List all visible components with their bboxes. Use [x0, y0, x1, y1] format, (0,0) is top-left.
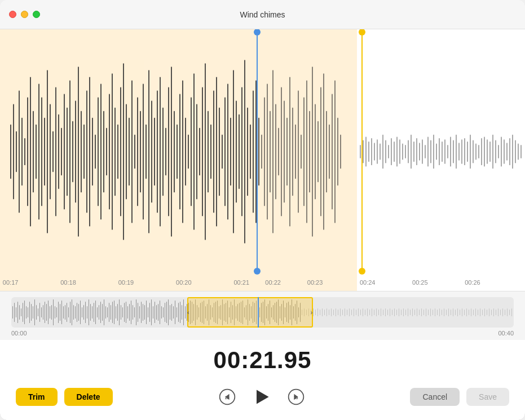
svg-rect-114	[332, 94, 333, 210]
svg-rect-145	[436, 144, 437, 160]
svg-rect-415	[455, 310, 456, 315]
svg-rect-222	[90, 304, 91, 321]
svg-rect-83	[244, 60, 245, 244]
svg-rect-18	[61, 128, 62, 175]
overview-waveform[interactable]: ‹ ›	[11, 297, 514, 328]
svg-rect-80	[236, 101, 237, 203]
svg-rect-170	[506, 143, 508, 160]
controls-right: Cancel Save	[410, 388, 509, 406]
svg-rect-127	[385, 140, 386, 163]
svg-rect-410	[444, 308, 444, 316]
overview-section: ‹ › 00:00 00:40	[0, 291, 525, 340]
waveform-display[interactable]	[0, 29, 525, 274]
svg-rect-439	[509, 310, 510, 315]
svg-rect-424	[475, 308, 476, 316]
svg-rect-354	[317, 308, 318, 316]
maximize-button[interactable]	[33, 11, 40, 18]
svg-rect-67	[199, 128, 200, 175]
svg-rect-202	[56, 307, 57, 317]
svg-rect-160	[478, 145, 479, 158]
svg-rect-399	[419, 310, 420, 315]
svg-rect-40	[123, 63, 124, 240]
trim-left-handle[interactable]: ‹	[184, 308, 193, 317]
svg-rect-86	[253, 91, 254, 213]
trim-handle[interactable]	[361, 29, 363, 274]
svg-rect-49	[148, 70, 149, 233]
svg-rect-23	[75, 101, 76, 203]
svg-rect-237	[116, 306, 116, 319]
svg-rect-28	[89, 77, 90, 226]
current-time: 00:21.95	[214, 347, 312, 373]
svg-rect-181	[21, 308, 21, 316]
svg-rect-79	[233, 70, 234, 233]
time-tick-24: 00:24	[360, 279, 376, 286]
svg-rect-183	[24, 300, 25, 324]
trim-right-handle[interactable]: ›	[307, 308, 316, 317]
main-waveform-area[interactable]: 00:17 00:18 00:19 00:20 00:21 00:22 00:2…	[0, 29, 525, 291]
svg-rect-155	[464, 138, 465, 165]
overview-playhead[interactable]	[258, 297, 259, 328]
svg-rect-130	[394, 142, 395, 162]
svg-rect-148	[444, 139, 445, 163]
svg-rect-182	[23, 303, 23, 322]
svg-rect-404	[430, 308, 431, 316]
svg-rect-247	[133, 305, 133, 320]
svg-rect-207	[65, 305, 65, 320]
time-tick-19: 00:19	[118, 279, 134, 286]
svg-rect-187	[31, 304, 32, 321]
svg-rect-0	[10, 125, 11, 179]
svg-rect-198	[50, 306, 50, 319]
close-button[interactable]	[9, 11, 16, 18]
time-tick-25: 00:25	[412, 279, 428, 286]
svg-rect-248	[134, 307, 135, 317]
svg-rect-4	[21, 118, 23, 186]
svg-rect-34	[106, 128, 107, 175]
trim-bottom-dot	[359, 268, 365, 275]
svg-rect-258	[151, 299, 152, 325]
play-button[interactable]	[252, 387, 272, 407]
svg-rect-117	[340, 135, 341, 169]
trim-button[interactable]: Trim	[16, 388, 58, 406]
svg-rect-264	[161, 306, 162, 319]
svg-rect-368	[349, 308, 350, 316]
svg-rect-407	[437, 310, 438, 315]
playhead[interactable]	[257, 29, 258, 274]
svg-rect-433	[496, 310, 496, 315]
svg-rect-146	[439, 138, 440, 165]
svg-rect-369	[351, 310, 352, 315]
svg-rect-408	[439, 308, 440, 316]
overview-selected-region[interactable]: ‹ ›	[187, 297, 313, 328]
skip-back-icon: 15	[218, 388, 236, 406]
svg-rect-383	[383, 310, 383, 315]
svg-rect-180	[19, 305, 20, 320]
controls-center: 15 15	[217, 386, 307, 408]
svg-rect-20	[67, 108, 68, 196]
svg-rect-12	[44, 118, 45, 186]
cancel-button[interactable]: Cancel	[410, 388, 460, 406]
svg-text:15: 15	[293, 396, 298, 400]
svg-rect-120	[365, 136, 367, 166]
svg-rect-355	[320, 310, 320, 315]
svg-rect-232	[107, 307, 108, 317]
skip-back-button[interactable]: 15	[217, 386, 238, 408]
svg-rect-261	[156, 305, 157, 320]
delete-button[interactable]: Delete	[64, 388, 113, 406]
svg-rect-111	[323, 73, 324, 229]
svg-rect-21	[69, 80, 70, 223]
svg-rect-47	[143, 83, 144, 219]
svg-rect-58	[174, 111, 175, 193]
svg-rect-134	[405, 145, 406, 158]
svg-rect-102	[298, 91, 299, 213]
svg-rect-42	[129, 118, 130, 186]
svg-rect-90	[264, 98, 265, 206]
svg-rect-72	[213, 91, 214, 213]
svg-rect-62	[185, 118, 186, 186]
svg-rect-61	[182, 80, 183, 223]
svg-rect-386	[390, 308, 390, 316]
svg-rect-375	[365, 310, 365, 315]
svg-rect-84	[247, 108, 248, 196]
minimize-button[interactable]	[21, 11, 28, 18]
skip-forward-button[interactable]: 15	[285, 386, 307, 408]
time-tick-17: 00:17	[3, 279, 19, 286]
svg-rect-246	[131, 300, 131, 324]
